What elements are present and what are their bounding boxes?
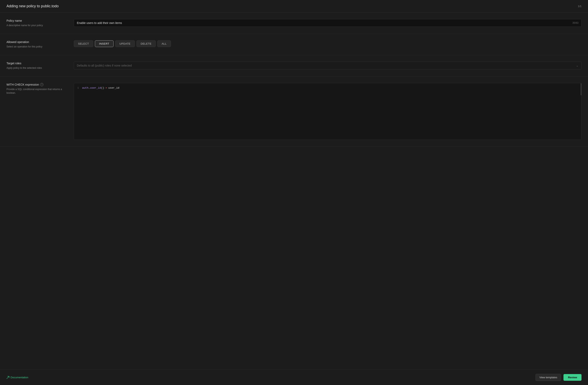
operation-btn-delete[interactable]: DELETE: [136, 40, 156, 47]
roles-dropdown-placeholder: Defaults to all (public) roles if none s…: [77, 64, 576, 67]
code-line-1: 1 auth.user_id()=user_id: [74, 86, 581, 90]
operation-btn-insert[interactable]: INSERT: [95, 40, 114, 47]
operation-btn-all[interactable]: ALL: [157, 40, 171, 47]
help-icon[interactable]: ?: [40, 83, 43, 86]
char-count: 35/63: [569, 21, 581, 24]
operation-buttons-col: SELECT INSERT UPDATE DELETE ALL: [74, 40, 582, 47]
footer: Documentation View templates Review: [0, 370, 588, 385]
code-auth: auth: [82, 86, 88, 89]
documentation-label: Documentation: [11, 376, 28, 379]
allowed-operation-description: Select an operation for this policy: [6, 45, 67, 48]
documentation-link[interactable]: Documentation: [6, 376, 28, 379]
footer-left: Documentation: [6, 376, 28, 379]
with-check-label-text: WITH CHECK expression: [6, 83, 39, 86]
code-content-1: auth.user_id()=user_id: [82, 86, 581, 89]
code-editor[interactable]: 1 auth.user_id()=user_id: [74, 83, 582, 140]
target-roles-control: Defaults to all (public) roles if none s…: [74, 62, 582, 69]
policy-name-label: Policy name: [6, 19, 67, 22]
target-roles-label: Target roles: [6, 62, 67, 65]
external-link-icon: [6, 376, 9, 379]
line-number-1: 1: [74, 86, 82, 89]
page-title: Adding new policy to public.todo: [6, 4, 59, 8]
allowed-operation-section: Allowed operation Select an operation fo…: [0, 34, 588, 55]
policy-name-description: A descriptive name for your policy: [6, 23, 67, 27]
view-templates-button[interactable]: View templates: [535, 374, 561, 381]
header: Adding new policy to public.todo 1/1: [0, 0, 588, 13]
allowed-operation-label-col: Allowed operation Select an operation fo…: [6, 40, 67, 48]
policy-name-label-col: Policy name A descriptive name for your …: [6, 19, 67, 27]
footer-right: View templates Review: [535, 374, 582, 381]
policy-name-control: 35/63: [74, 19, 582, 27]
operation-btn-select[interactable]: SELECT: [74, 40, 93, 47]
page-container: Adding new policy to public.todo 1/1 Pol…: [0, 0, 588, 385]
scrollbar-indicator: [581, 83, 581, 95]
with-check-label-col: WITH CHECK expression ? Provide a SQL co…: [6, 83, 67, 95]
target-roles-dropdown[interactable]: Defaults to all (public) roles if none s…: [74, 62, 582, 69]
policy-name-input[interactable]: [74, 19, 569, 27]
step-indicator: 1/1: [578, 5, 582, 8]
chevron-down-icon: ⌄: [576, 64, 578, 67]
target-roles-section: Target roles Apply policy to the selecte…: [0, 55, 588, 76]
with-check-label-title: WITH CHECK expression ?: [6, 83, 67, 86]
policy-name-input-wrapper: 35/63: [74, 19, 582, 27]
operation-btn-update[interactable]: UPDATE: [115, 40, 135, 47]
with-check-section: WITH CHECK expression ? Provide a SQL co…: [0, 76, 588, 147]
operation-buttons-group: SELECT INSERT UPDATE DELETE ALL: [74, 40, 582, 47]
target-roles-label-col: Target roles Apply policy to the selecte…: [6, 62, 67, 70]
allowed-operation-label: Allowed operation: [6, 40, 67, 43]
target-roles-description: Apply policy to the selected roles: [6, 66, 67, 70]
policy-name-section: Policy name A descriptive name for your …: [0, 13, 588, 34]
with-check-description: Provide a SQL conditional expression tha…: [6, 87, 67, 95]
review-button[interactable]: Review: [564, 374, 582, 381]
with-check-control: 1 auth.user_id()=user_id: [74, 83, 582, 140]
